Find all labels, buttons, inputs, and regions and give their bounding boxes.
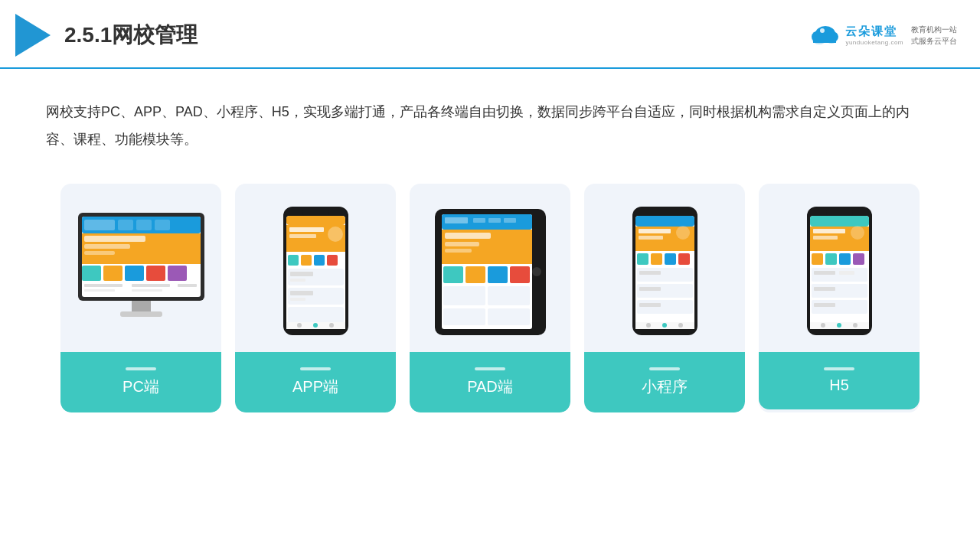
svg-rect-6 — [813, 37, 836, 43]
svg-rect-112 — [814, 287, 835, 291]
svg-rect-23 — [168, 266, 187, 281]
card-h5-label: H5 — [759, 352, 920, 409]
svg-point-53 — [329, 323, 334, 328]
card-pc-image — [60, 184, 221, 352]
app-phone-icon — [279, 205, 352, 339]
svg-rect-17 — [84, 244, 130, 249]
svg-rect-44 — [290, 272, 313, 276]
svg-rect-97 — [826, 210, 853, 216]
svg-rect-24 — [84, 284, 122, 287]
svg-point-38 — [328, 227, 343, 242]
svg-rect-65 — [445, 249, 472, 253]
svg-rect-36 — [289, 227, 324, 232]
svg-rect-80 — [639, 236, 663, 240]
svg-rect-49 — [288, 307, 344, 324]
pad-tablet-icon — [431, 205, 550, 339]
card-app-label: APP端 — [235, 352, 396, 412]
svg-rect-11 — [84, 220, 115, 230]
svg-rect-12 — [118, 220, 133, 230]
svg-rect-70 — [443, 286, 485, 305]
svg-rect-43 — [288, 269, 344, 285]
svg-rect-79 — [639, 229, 671, 233]
svg-point-118 — [853, 323, 858, 328]
card-label-bar — [126, 367, 156, 370]
svg-rect-106 — [839, 253, 851, 265]
svg-rect-22 — [146, 266, 165, 281]
svg-rect-66 — [443, 266, 463, 283]
svg-point-95 — [678, 323, 683, 328]
svg-rect-20 — [103, 266, 122, 281]
cloud-icon — [808, 23, 841, 47]
card-label-bar-3 — [475, 367, 505, 370]
svg-rect-69 — [510, 266, 530, 283]
svg-rect-110 — [839, 271, 854, 275]
card-label-bar-4 — [649, 367, 680, 370]
svg-rect-61 — [504, 218, 516, 223]
svg-rect-19 — [82, 266, 101, 281]
card-app: APP端 — [235, 184, 396, 412]
tagline-line2: 式服务云平台 — [911, 35, 957, 47]
card-label-bar-5 — [824, 367, 854, 370]
svg-rect-27 — [132, 289, 162, 292]
description-text: 网校支持PC、APP、PAD、小程序、H5，实现多端打通，产品各终端自由切换，数… — [0, 69, 980, 168]
svg-rect-29 — [132, 301, 151, 313]
svg-rect-68 — [488, 266, 508, 283]
header-right: 云朵课堂 yunduoketang.com 教育机构一站 式服务云平台 — [808, 23, 957, 47]
svg-rect-107 — [853, 253, 864, 265]
svg-point-51 — [297, 323, 302, 328]
svg-rect-63 — [445, 233, 491, 239]
svg-rect-18 — [84, 251, 115, 255]
svg-point-93 — [646, 323, 651, 328]
card-pad-image — [410, 184, 570, 352]
svg-rect-48 — [290, 298, 305, 301]
card-h5: H5 — [759, 184, 920, 412]
svg-rect-83 — [651, 253, 662, 265]
svg-rect-60 — [488, 218, 501, 223]
svg-point-81 — [676, 226, 690, 240]
svg-rect-71 — [488, 286, 530, 305]
svg-rect-40 — [301, 255, 312, 266]
svg-rect-73 — [488, 308, 530, 325]
svg-rect-109 — [814, 271, 835, 275]
svg-rect-89 — [639, 287, 661, 291]
brand-logo: 云朵课堂 yunduoketang.com 教育机构一站 式服务云平台 — [808, 23, 957, 47]
brand-name-col: 云朵课堂 yunduoketang.com — [845, 24, 903, 46]
cards-container: PC端 — [0, 168, 980, 428]
pc-monitor-icon — [70, 209, 212, 335]
card-label-bar-2 — [300, 367, 331, 370]
svg-rect-105 — [825, 253, 837, 265]
svg-rect-34 — [286, 216, 345, 225]
svg-rect-102 — [813, 236, 838, 240]
svg-rect-87 — [639, 271, 661, 275]
svg-point-117 — [837, 323, 841, 328]
header-left: 2.5.1网校管理 — [15, 14, 198, 57]
svg-rect-30 — [120, 311, 162, 317]
card-pc: PC端 — [60, 184, 221, 412]
svg-rect-99 — [810, 216, 869, 227]
svg-rect-104 — [812, 253, 823, 265]
card-app-image — [235, 184, 396, 352]
logo-triangle-icon — [15, 14, 51, 57]
svg-rect-32 — [302, 210, 329, 216]
svg-point-103 — [851, 226, 864, 240]
card-miniapp-image — [584, 184, 745, 352]
card-h5-image — [759, 184, 920, 352]
svg-rect-21 — [125, 266, 144, 281]
svg-rect-16 — [84, 236, 145, 242]
svg-rect-75 — [652, 210, 678, 216]
header: 2.5.1网校管理 云朵课堂 yunduoketang.com 教育机构一站 — [0, 0, 980, 69]
svg-rect-77 — [635, 216, 694, 227]
svg-rect-58 — [445, 217, 468, 223]
card-miniapp: 小程序 — [584, 184, 745, 412]
svg-rect-59 — [473, 218, 485, 223]
svg-rect-72 — [443, 308, 485, 325]
svg-rect-101 — [813, 229, 845, 233]
svg-rect-28 — [178, 284, 197, 287]
svg-rect-82 — [637, 253, 648, 265]
svg-point-94 — [662, 323, 667, 328]
svg-rect-67 — [466, 266, 485, 283]
svg-point-55 — [532, 267, 541, 276]
svg-rect-46 — [288, 288, 344, 305]
tagline-line1: 教育机构一站 — [911, 24, 957, 35]
svg-rect-39 — [288, 255, 299, 266]
